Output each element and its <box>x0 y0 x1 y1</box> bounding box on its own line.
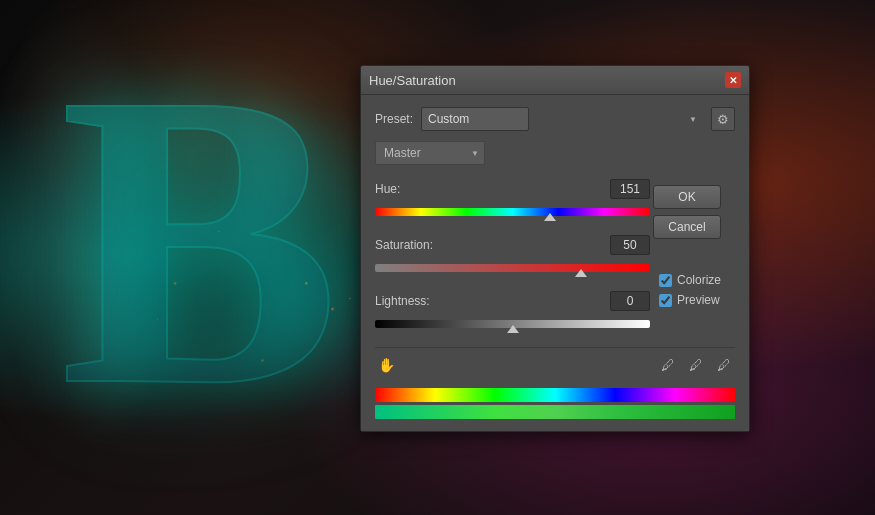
hue-thumb[interactable] <box>544 203 556 221</box>
saturation-slider-row: Saturation: <box>375 235 650 277</box>
hue-value-input[interactable] <box>610 179 650 199</box>
saturation-thumb[interactable] <box>575 259 587 277</box>
preset-row: Preset: Custom Default Cyanotype Sepia S… <box>375 107 735 131</box>
lightness-track-wrapper <box>375 315 650 333</box>
saturation-label: Saturation: <box>375 238 433 252</box>
lightness-value-input[interactable] <box>610 291 650 311</box>
lightness-label: Lightness: <box>375 294 430 308</box>
color-bar-rainbow <box>375 388 735 402</box>
eyedropper-icon[interactable]: 🖊 <box>657 354 679 376</box>
channel-row: Master Reds Yellows Greens Cyans Blues M… <box>375 141 735 165</box>
saturation-value-input[interactable] <box>610 235 650 255</box>
lightness-slider-row: Lightness: <box>375 291 650 333</box>
dialog-title: Hue/Saturation <box>369 73 456 88</box>
colorize-checkbox-item: Colorize <box>659 273 721 287</box>
checkbox-group: Colorize Preview <box>659 273 721 307</box>
sliders-section: Hue: Saturation: <box>375 179 650 333</box>
gear-button[interactable]: ⚙ <box>711 107 735 131</box>
tools-row: ✋ 🖊 🖊 🖊 <box>375 347 735 382</box>
color-bars <box>375 388 735 419</box>
channel-select[interactable]: Master Reds Yellows Greens Cyans Blues M… <box>375 141 485 165</box>
hue-label: Hue: <box>375 182 400 196</box>
eyedropper-add-icon[interactable]: 🖊 <box>685 354 707 376</box>
dialog-body: Preset: Custom Default Cyanotype Sepia S… <box>361 95 749 431</box>
colorize-checkbox[interactable] <box>659 274 672 287</box>
colorize-label[interactable]: Colorize <box>677 273 721 287</box>
hue-track <box>375 208 650 216</box>
lightness-thumb[interactable] <box>507 315 519 333</box>
channel-select-wrapper: Master Reds Yellows Greens Cyans Blues M… <box>375 141 485 165</box>
preview-checkbox-item: Preview <box>659 293 721 307</box>
hue-header: Hue: <box>375 179 650 199</box>
hand-tool-icon[interactable]: ✋ <box>375 354 397 376</box>
cancel-button[interactable]: Cancel <box>653 215 721 239</box>
ok-button[interactable]: OK <box>653 185 721 209</box>
preset-select[interactable]: Custom Default Cyanotype Sepia Strong Sa… <box>421 107 529 131</box>
dialog-main: OK Cancel Master Reds Yellows Greens Cya… <box>375 141 735 382</box>
action-buttons: OK Cancel <box>653 185 721 239</box>
close-button[interactable]: ✕ <box>725 72 741 88</box>
eyedropper-sub-icon[interactable]: 🖊 <box>713 354 735 376</box>
tool-right: 🖊 🖊 🖊 <box>657 354 735 376</box>
dialog-titlebar: Hue/Saturation ✕ <box>361 66 749 95</box>
hue-track-wrapper <box>375 203 650 221</box>
lightness-header: Lightness: <box>375 291 650 311</box>
tool-left: ✋ <box>375 354 397 376</box>
preview-label[interactable]: Preview <box>677 293 720 307</box>
color-bar-teal <box>375 405 735 419</box>
hue-slider-row: Hue: <box>375 179 650 221</box>
preset-select-wrapper: Custom Default Cyanotype Sepia Strong Sa… <box>421 107 703 131</box>
saturation-header: Saturation: <box>375 235 650 255</box>
hue-saturation-dialog: Hue/Saturation ✕ Preset: Custom Default … <box>360 65 750 432</box>
preset-label: Preset: <box>375 112 413 126</box>
saturation-track <box>375 264 650 272</box>
preview-checkbox[interactable] <box>659 294 672 307</box>
letter-b: B <box>60 30 340 450</box>
saturation-track-wrapper <box>375 259 650 277</box>
